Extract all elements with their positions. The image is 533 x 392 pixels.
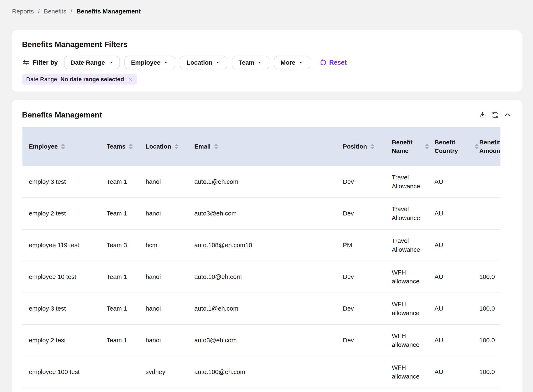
sort-icon[interactable] [474,143,479,150]
close-icon[interactable] [128,77,133,82]
table-row: employ 3 test Team 1 hanoi auto.1@eh.com… [22,293,500,325]
cell-location: hanoi [146,209,194,218]
filter-dropdown-button[interactable]: Employee [124,56,176,69]
cell-email: auto.1@eh.com [194,304,343,313]
cell-location: hanoi [146,336,194,345]
cell-benefit-name: WFH allowance [392,363,434,381]
column-header[interactable]: Teams [107,142,146,151]
cell-position: Dev [343,304,392,313]
sort-icon[interactable] [174,143,179,150]
sort-icon[interactable] [128,143,133,150]
column-header[interactable]: Benefit Country [434,138,479,155]
table-row: employee 100 test sydney auto.100@eh.com… [22,356,500,388]
cell-teams: Team 1 [107,177,146,186]
table-row: employee 119 test Team 3 hcm auto.108@eh… [22,229,500,261]
cell-benefit-name: Travel Allowance [392,236,434,254]
page: Reports / Benefits / Benefits Management… [0,0,533,392]
sort-icon[interactable] [424,143,429,150]
table-toolbar [479,111,511,119]
chip-prefix: Date Range: [26,76,59,83]
column-header-label: Benefit Country [434,138,471,155]
column-header[interactable]: Benefit Name [392,138,429,155]
sort-icon[interactable] [214,143,219,150]
cell-employee: employ 2 test [29,209,107,218]
table-header-row: Employee Teams Location Email [22,127,500,166]
cell-benefit-amount: 100.0 [479,368,500,377]
column-header[interactable]: Benefit Amount [479,138,500,155]
download-icon[interactable] [479,111,486,119]
filter-buttons: Date Range Employee Location Team More [64,56,310,69]
collapse-icon[interactable] [504,111,511,119]
cell-benefit-country: AU [434,209,479,218]
breadcrumb-separator: / [71,8,72,15]
cell-employee: employee 100 test [29,368,107,377]
table-body: employ 3 test Team 1 hanoi auto.1@eh.com… [22,166,500,388]
filter-dropdown-button[interactable]: Location [180,56,227,69]
column-header[interactable]: Employee [29,142,107,151]
refresh-icon[interactable] [491,111,499,119]
filter-row: Filter by Date Range Employee Location T… [22,56,511,69]
cell-location: hcm [146,241,194,250]
column-header-label: Benefit Name [392,138,422,155]
chevron-down-icon [258,60,263,65]
chevron-down-icon [108,60,113,65]
filters-card-title: Benefits Management Filters [22,40,511,49]
table-row: employ 3 test Team 1 hanoi auto.1@eh.com… [22,166,500,198]
sort-icon[interactable] [61,143,66,150]
cell-benefit-country: AU [434,304,479,313]
cell-employee: employee 119 test [29,241,107,250]
filter-button-label: Date Range [71,59,105,66]
breadcrumb: Reports / Benefits / Benefits Management [12,8,141,15]
benefits-table-card: Benefits Management [12,100,522,392]
date-range-filter-chip: Date Range: No date range selected [22,74,137,84]
cell-employee: employ 2 test [29,336,107,345]
filters-card: Benefits Management Filters Filter by D [12,30,522,92]
cell-teams: Team 1 [107,209,146,218]
filter-dropdown-button[interactable]: More [274,56,310,69]
cell-employee: employ 3 test [29,304,107,313]
cell-benefit-country: AU [434,177,479,186]
table-row: employ 2 test Team 1 hanoi auto3@eh.com … [22,198,500,229]
cell-email: auto.100@eh.com [194,368,343,377]
chevron-down-icon [164,60,169,65]
sort-icon[interactable] [370,143,375,150]
column-header-label: Position [343,142,367,151]
cell-benefit-name: Travel Allowance [392,205,434,222]
active-filters-row: Date Range: No date range selected [22,74,511,84]
cell-position: Dev [343,272,392,281]
filter-by-label: Filter by [33,59,58,66]
filter-dropdown-button[interactable]: Date Range [64,56,120,69]
cell-email: auto.10@eh.com [194,272,343,281]
cell-email: auto.1@eh.com [194,177,343,186]
cell-benefit-name: WFH allowance [392,268,434,286]
column-header[interactable]: Email [194,142,343,151]
column-header-label: Employee [29,142,58,151]
cell-position: Dev [343,209,392,218]
breadcrumb-item-reports[interactable]: Reports [12,8,34,15]
breadcrumb-item-benefits[interactable]: Benefits [44,8,66,15]
cell-location: hanoi [146,177,194,186]
cell-teams: Team 1 [107,304,146,313]
cell-benefit-name: WFH allowance [392,300,434,317]
cell-benefit-country: AU [434,272,479,281]
chip-value: No date range selected [60,76,124,83]
filter-dropdown-button[interactable]: Team [232,56,269,69]
table-card-title: Benefits Management [22,111,102,119]
cell-benefit-amount: 100.0 [479,336,500,345]
column-header-label: Teams [107,142,125,151]
column-header-label: Location [146,142,171,151]
cell-benefit-country: AU [434,241,479,250]
chevron-down-icon [216,60,221,65]
reset-button[interactable]: Reset [319,59,347,66]
cell-location: sydney [146,368,194,377]
cell-location: hanoi [146,272,194,281]
cell-position: Dev [343,177,392,186]
filter-by: Filter by [22,59,58,66]
column-header[interactable]: Location [146,142,194,151]
cell-email: auto3@eh.com [194,336,343,345]
cell-benefit-name: WFH allowance [392,331,434,349]
column-header[interactable]: Position [343,142,392,151]
cell-employee: employee 10 test [29,272,107,281]
chevron-down-icon [299,60,304,65]
filter-button-label: Employee [131,59,161,66]
